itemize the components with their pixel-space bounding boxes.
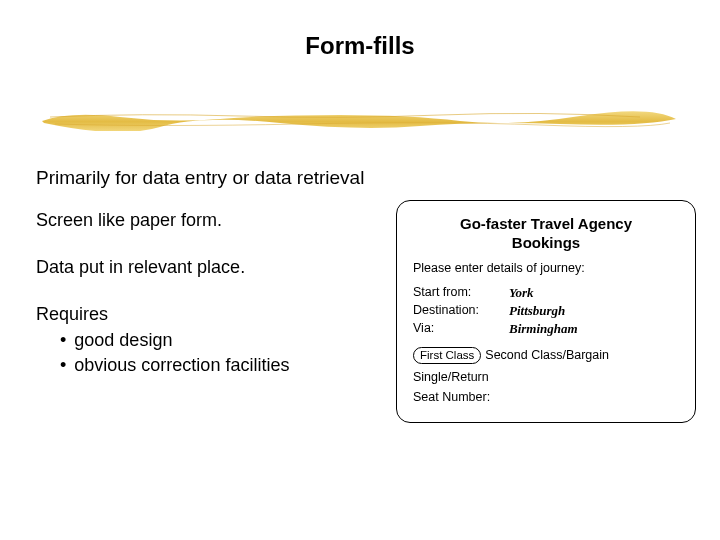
- form-row: Start from: York: [413, 285, 679, 301]
- form-label-via: Via:: [413, 321, 509, 337]
- form-label-destination: Destination:: [413, 303, 509, 319]
- form-class-rest: Second Class/Bargain: [485, 348, 609, 362]
- slide-title: Form-fills: [0, 32, 720, 60]
- form-label-start: Start from:: [413, 285, 509, 301]
- form-class-selected-chip: First Class: [413, 347, 481, 364]
- form-value-start: York: [509, 285, 534, 301]
- form-single-return: Single/Return: [413, 370, 679, 384]
- slide: Form-fills Primarily for data entry or d…: [0, 0, 720, 540]
- form-row: Destination: Pittsburgh: [413, 303, 679, 319]
- requires-item: good design: [60, 328, 289, 352]
- body-line-3: Data put in relevant place.: [36, 255, 245, 279]
- form-row: Via: Birmingham: [413, 321, 679, 337]
- example-form-panel: Go-faster Travel Agency Bookings Please …: [396, 200, 696, 423]
- form-value-via: Birmingham: [509, 321, 578, 337]
- requires-heading: Requires: [36, 302, 289, 326]
- body-line-1: Primarily for data entry or data retriev…: [36, 165, 364, 191]
- form-value-destination: Pittsburgh: [509, 303, 565, 319]
- form-class-options: First ClassSecond Class/Bargain: [413, 347, 679, 364]
- form-seat-number: Seat Number:: [413, 390, 679, 404]
- body-line-2: Screen like paper form.: [36, 208, 222, 232]
- requires-list: good design obvious correction facilitie…: [60, 328, 289, 377]
- requires-item: obvious correction facilities: [60, 353, 289, 377]
- form-title: Go-faster Travel Agency: [413, 215, 679, 232]
- form-instruction: Please enter details of journey:: [413, 261, 679, 275]
- form-subtitle: Bookings: [413, 234, 679, 251]
- requires-block: Requires good design obvious correction …: [36, 302, 289, 377]
- title-underline-brush: [40, 107, 680, 131]
